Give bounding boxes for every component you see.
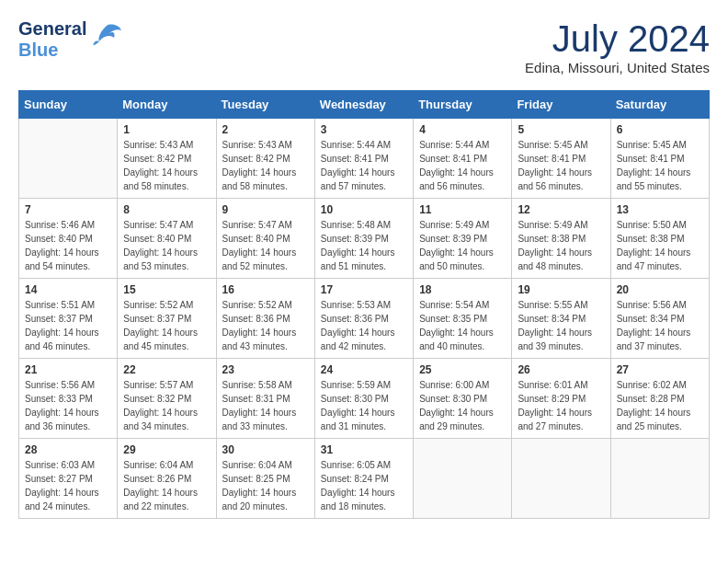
day-info: Sunrise: 5:51 AM Sunset: 8:37 PM Dayligh…: [25, 298, 111, 353]
calendar-cell: 5Sunrise: 5:45 AM Sunset: 8:41 PM Daylig…: [512, 119, 610, 199]
day-number: 26: [518, 363, 604, 376]
day-info: Sunrise: 6:05 AM Sunset: 8:24 PM Dayligh…: [321, 458, 407, 513]
calendar-cell: 6Sunrise: 5:45 AM Sunset: 8:41 PM Daylig…: [610, 119, 709, 199]
calendar-cell: 11Sunrise: 5:49 AM Sunset: 8:39 PM Dayli…: [414, 199, 512, 279]
day-info: Sunrise: 5:44 AM Sunset: 8:41 PM Dayligh…: [321, 138, 407, 193]
day-info: Sunrise: 6:04 AM Sunset: 8:26 PM Dayligh…: [123, 458, 210, 513]
calendar-cell: 22Sunrise: 5:57 AM Sunset: 8:32 PM Dayli…: [118, 359, 216, 439]
calendar-cell: 9Sunrise: 5:47 AM Sunset: 8:40 PM Daylig…: [216, 199, 314, 279]
calendar-cell: 18Sunrise: 5:54 AM Sunset: 8:35 PM Dayli…: [414, 279, 512, 359]
day-info: Sunrise: 5:47 AM Sunset: 8:40 PM Dayligh…: [222, 218, 309, 273]
day-info: Sunrise: 6:02 AM Sunset: 8:28 PM Dayligh…: [617, 378, 703, 433]
day-number: 23: [222, 363, 309, 376]
location-subtitle: Edina, Missouri, United States: [525, 60, 710, 75]
day-number: 24: [321, 363, 407, 376]
day-number: 3: [321, 123, 407, 136]
calendar-cell: 13Sunrise: 5:50 AM Sunset: 8:38 PM Dayli…: [610, 199, 709, 279]
day-number: 12: [518, 203, 604, 216]
calendar-cell: 20Sunrise: 5:56 AM Sunset: 8:34 PM Dayli…: [610, 279, 709, 359]
day-info: Sunrise: 5:45 AM Sunset: 8:41 PM Dayligh…: [518, 138, 604, 193]
day-number: 29: [123, 443, 210, 456]
day-number: 28: [25, 443, 111, 456]
day-info: Sunrise: 5:55 AM Sunset: 8:34 PM Dayligh…: [518, 298, 604, 353]
calendar-cell: [414, 439, 512, 519]
calendar-cell: 19Sunrise: 5:55 AM Sunset: 8:34 PM Dayli…: [512, 279, 610, 359]
calendar-cell: 24Sunrise: 5:59 AM Sunset: 8:30 PM Dayli…: [314, 359, 413, 439]
day-number: 11: [419, 203, 506, 216]
week-row-3: 14Sunrise: 5:51 AM Sunset: 8:37 PM Dayli…: [19, 279, 710, 359]
day-info: Sunrise: 5:58 AM Sunset: 8:31 PM Dayligh…: [222, 378, 309, 433]
day-number: 1: [123, 123, 210, 136]
day-info: Sunrise: 5:56 AM Sunset: 8:33 PM Dayligh…: [25, 378, 111, 433]
day-header-tuesday: Tuesday: [216, 91, 314, 119]
day-number: 10: [321, 203, 407, 216]
day-info: Sunrise: 5:54 AM Sunset: 8:35 PM Dayligh…: [419, 298, 506, 353]
calendar-cell: 10Sunrise: 5:48 AM Sunset: 8:39 PM Dayli…: [314, 199, 413, 279]
day-info: Sunrise: 5:53 AM Sunset: 8:36 PM Dayligh…: [321, 298, 407, 353]
day-number: 4: [419, 123, 506, 136]
day-info: Sunrise: 6:01 AM Sunset: 8:29 PM Dayligh…: [518, 378, 604, 433]
calendar-cell: [610, 439, 709, 519]
day-info: Sunrise: 6:03 AM Sunset: 8:27 PM Dayligh…: [25, 458, 111, 513]
day-info: Sunrise: 5:47 AM Sunset: 8:40 PM Dayligh…: [123, 218, 210, 273]
week-row-2: 7Sunrise: 5:46 AM Sunset: 8:40 PM Daylig…: [19, 199, 710, 279]
day-header-saturday: Saturday: [610, 91, 709, 119]
day-number: 18: [419, 283, 506, 296]
day-number: 16: [222, 283, 309, 296]
day-number: 20: [617, 283, 703, 296]
day-info: Sunrise: 5:46 AM Sunset: 8:40 PM Dayligh…: [25, 218, 111, 273]
day-info: Sunrise: 5:50 AM Sunset: 8:38 PM Dayligh…: [617, 218, 703, 273]
day-number: 17: [321, 283, 407, 296]
calendar-cell: 14Sunrise: 5:51 AM Sunset: 8:37 PM Dayli…: [19, 279, 118, 359]
calendar-cell: [512, 439, 610, 519]
calendar-cell: 28Sunrise: 6:03 AM Sunset: 8:27 PM Dayli…: [19, 439, 118, 519]
day-number: 19: [518, 283, 604, 296]
day-info: Sunrise: 5:52 AM Sunset: 8:36 PM Dayligh…: [222, 298, 309, 353]
week-row-4: 21Sunrise: 5:56 AM Sunset: 8:33 PM Dayli…: [19, 359, 710, 439]
day-number: 25: [419, 363, 506, 376]
day-number: 14: [25, 283, 111, 296]
day-number: 31: [321, 443, 407, 456]
day-info: Sunrise: 5:48 AM Sunset: 8:39 PM Dayligh…: [321, 218, 407, 273]
day-number: 13: [617, 203, 703, 216]
day-info: Sunrise: 5:56 AM Sunset: 8:34 PM Dayligh…: [617, 298, 703, 353]
calendar-cell: 3Sunrise: 5:44 AM Sunset: 8:41 PM Daylig…: [314, 119, 413, 199]
calendar-cell: 25Sunrise: 6:00 AM Sunset: 8:30 PM Dayli…: [414, 359, 512, 439]
day-number: 15: [123, 283, 210, 296]
day-info: Sunrise: 5:59 AM Sunset: 8:30 PM Dayligh…: [321, 378, 407, 433]
calendar-cell: 31Sunrise: 6:05 AM Sunset: 8:24 PM Dayli…: [314, 439, 413, 519]
day-info: Sunrise: 5:57 AM Sunset: 8:32 PM Dayligh…: [123, 378, 210, 433]
calendar-cell: 21Sunrise: 5:56 AM Sunset: 8:33 PM Dayli…: [19, 359, 118, 439]
day-info: Sunrise: 5:43 AM Sunset: 8:42 PM Dayligh…: [222, 138, 309, 193]
calendar-cell: 29Sunrise: 6:04 AM Sunset: 8:26 PM Dayli…: [118, 439, 216, 519]
day-number: 7: [25, 203, 111, 216]
week-row-5: 28Sunrise: 6:03 AM Sunset: 8:27 PM Dayli…: [19, 439, 710, 519]
calendar-cell: 12Sunrise: 5:49 AM Sunset: 8:38 PM Dayli…: [512, 199, 610, 279]
week-row-1: 1Sunrise: 5:43 AM Sunset: 8:42 PM Daylig…: [19, 119, 710, 199]
calendar-cell: 23Sunrise: 5:58 AM Sunset: 8:31 PM Dayli…: [216, 359, 314, 439]
day-number: 2: [222, 123, 309, 136]
calendar-cell: 16Sunrise: 5:52 AM Sunset: 8:36 PM Dayli…: [216, 279, 314, 359]
day-header-thursday: Thursday: [414, 91, 512, 119]
day-header-friday: Friday: [512, 91, 610, 119]
calendar-cell: 4Sunrise: 5:44 AM Sunset: 8:41 PM Daylig…: [414, 119, 512, 199]
calendar-cell: 30Sunrise: 6:04 AM Sunset: 8:25 PM Dayli…: [216, 439, 314, 519]
calendar-cell: 7Sunrise: 5:46 AM Sunset: 8:40 PM Daylig…: [19, 199, 118, 279]
day-number: 21: [25, 363, 111, 376]
calendar-cell: [19, 119, 118, 199]
day-number: 30: [222, 443, 309, 456]
day-header-sunday: Sunday: [19, 91, 118, 119]
day-number: 22: [123, 363, 210, 376]
page-header: General Blue July 2024 Edina, Missouri, …: [18, 18, 710, 75]
calendar-cell: 1Sunrise: 5:43 AM Sunset: 8:42 PM Daylig…: [118, 119, 216, 199]
day-info: Sunrise: 5:49 AM Sunset: 8:39 PM Dayligh…: [419, 218, 506, 273]
day-headers-row: SundayMondayTuesdayWednesdayThursdayFrid…: [19, 91, 710, 119]
logo-line1: General: [18, 18, 86, 40]
day-header-monday: Monday: [118, 91, 216, 119]
day-number: 5: [518, 123, 604, 136]
logo-bird-icon: [90, 21, 123, 55]
calendar-cell: 8Sunrise: 5:47 AM Sunset: 8:40 PM Daylig…: [118, 199, 216, 279]
day-info: Sunrise: 5:45 AM Sunset: 8:41 PM Dayligh…: [617, 138, 703, 193]
day-info: Sunrise: 5:52 AM Sunset: 8:37 PM Dayligh…: [123, 298, 210, 353]
calendar-cell: 17Sunrise: 5:53 AM Sunset: 8:36 PM Dayli…: [314, 279, 413, 359]
